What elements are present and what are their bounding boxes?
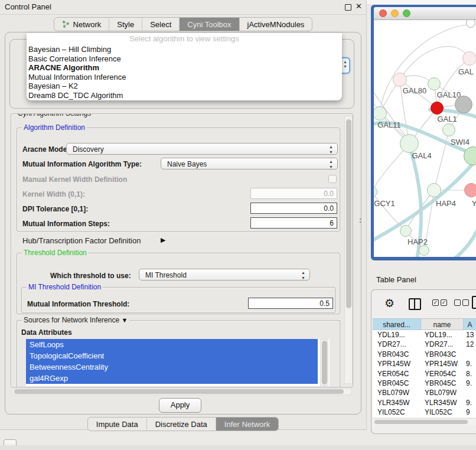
- kernel-width-input[interactable]: [250, 188, 337, 199]
- column-header[interactable]: A: [464, 318, 476, 330]
- algorithm-option[interactable]: Basic Correlation Inference: [27, 54, 342, 64]
- mi-steps-input[interactable]: [250, 217, 337, 229]
- mi-algorithm-type-select[interactable]: Naive Bayes ▲▼: [161, 158, 338, 169]
- scrollbar-thumb[interactable]: [374, 420, 468, 424]
- aracne-mode-select[interactable]: Discovery ▲▼: [66, 143, 338, 155]
- table-row[interactable]: YBR043CYBR043C: [373, 350, 476, 359]
- scrollbar-thumb[interactable]: [346, 119, 351, 308]
- network-window-titlebar[interactable]: [374, 7, 476, 20]
- settings-gear-icon[interactable]: ⚙: [384, 296, 395, 310]
- which-threshold-select[interactable]: MI Threshold ▲▼: [139, 269, 310, 281]
- table-row[interactable]: YDL19...YDL19...13: [373, 330, 476, 340]
- network-canvas[interactable]: GALGAL80GAL10GAL1GAL11SWI4GAL4GCY1HAP4YH…: [374, 20, 476, 257]
- table-row[interactable]: YER054CYER054C8.: [373, 369, 476, 379]
- close-light-icon[interactable]: [379, 9, 387, 17]
- new-document-icon[interactable]: [472, 296, 476, 309]
- tab-infer-network[interactable]: Infer Network: [216, 418, 278, 431]
- network-node-label: GCY1: [374, 199, 395, 208]
- table-row[interactable]: YPR145WYPR145W9.: [373, 359, 476, 369]
- data-attributes-list[interactable]: SelfLoopsTopologicalCoefficientBetweenne…: [26, 339, 330, 386]
- table-cell: 9.: [464, 359, 476, 369]
- bottom-band: [0, 445, 476, 450]
- algorithm-option[interactable]: Bayesian – Hill Climbing: [27, 45, 342, 54]
- table-horizontal-scrollbar[interactable]: [373, 418, 476, 425]
- network-node-gal80[interactable]: [393, 73, 407, 87]
- manual-kernel-width-checkbox[interactable]: [328, 175, 337, 183]
- network-node-gal4[interactable]: [400, 134, 419, 153]
- algorithm-option[interactable]: Dream8 DC_TDC Algorithm: [27, 91, 342, 100]
- data-attribute-item[interactable]: BetweennessCentrality: [26, 361, 318, 373]
- network-node-hap2[interactable]: [400, 225, 412, 237]
- table-panel: ⚙ ✓ ✓ shared...nameA YDL19...YDL19...13Y…: [371, 289, 476, 434]
- column-header[interactable]: shared...: [373, 318, 421, 330]
- table-body[interactable]: YDL19...YDL19...13YDR27...YDR27...12YBR0…: [373, 330, 476, 418]
- split-columns-icon[interactable]: [409, 298, 421, 310]
- tab-cyni-toolbox[interactable]: Cyni Toolbox: [180, 18, 239, 31]
- tab-label: Network: [73, 20, 102, 29]
- algorithm-dropdown-popup: Select algorithm to view settings Bayesi…: [27, 33, 342, 100]
- data-attribute-item[interactable]: SelfLoops: [26, 339, 318, 350]
- tab-network[interactable]: Network: [54, 18, 110, 31]
- network-node-label: SWI4: [451, 138, 470, 146]
- combo-stepper-icon: ▲▼: [301, 270, 305, 281]
- float-panel-icon[interactable]: [345, 4, 351, 11]
- column-header[interactable]: name: [421, 318, 464, 330]
- scrollbar-thumb[interactable]: [322, 341, 327, 384]
- network-node[interactable]: [455, 96, 472, 113]
- network-node-gal1[interactable]: [431, 102, 444, 115]
- table-cell: YBR045C: [373, 379, 421, 388]
- combo-arrows-icon: ▲▼: [343, 60, 347, 69]
- table-cell: YDR27...: [373, 340, 421, 349]
- table-cell: [464, 388, 476, 397]
- select-all-checkboxes-icon[interactable]: ✓: [441, 299, 447, 306]
- settings-vertical-scrollbar[interactable]: [344, 116, 353, 384]
- data-attribute-item[interactable]: gal4RGexp: [26, 373, 318, 384]
- table-row[interactable]: YIL052CYIL052C9: [373, 407, 476, 417]
- tab-jactivemnodules[interactable]: jActiveMNodules: [240, 18, 312, 31]
- apply-button[interactable]: Apply: [159, 398, 201, 413]
- table-row[interactable]: YDR27...YDR27...12: [373, 340, 476, 349]
- close-icon[interactable]: ✕: [356, 2, 362, 11]
- algorithm-option[interactable]: Bayesian – K2: [27, 81, 342, 91]
- network-node-gal10[interactable]: [428, 77, 441, 90]
- expand-down-icon[interactable]: ▼: [121, 317, 128, 324]
- network-node[interactable]: [419, 245, 429, 256]
- mi-threshold-input[interactable]: [248, 298, 333, 309]
- tab-style[interactable]: Style: [109, 18, 142, 31]
- tab-impute-data[interactable]: Impute Data: [88, 418, 147, 431]
- minimize-light-icon[interactable]: [391, 9, 399, 17]
- table-row[interactable]: YBR045CYBR045C9.: [373, 379, 476, 388]
- network-node-swi4[interactable]: [442, 123, 455, 136]
- dpi-tolerance-label: DPI Tolerance [0,1]:: [22, 205, 88, 213]
- deselect-all-checkboxes-icon[interactable]: [454, 299, 461, 306]
- network-node-label: GAL1: [437, 115, 457, 123]
- table-cell: 8.: [464, 369, 476, 379]
- network-node-label: HAP4: [436, 199, 456, 208]
- select-all-checkboxes-icon[interactable]: ✓: [432, 299, 439, 306]
- attributes-list-scrollbar[interactable]: [320, 339, 328, 386]
- table-cell: 12: [464, 340, 476, 349]
- table-cell: YPR145W: [373, 359, 421, 369]
- dpi-tolerance-input[interactable]: [250, 203, 337, 214]
- panel-divider-grip[interactable]: [359, 218, 362, 223]
- scrollbar-thumb[interactable]: [14, 389, 344, 394]
- algorithm-option[interactable]: Mutual Information Inference: [27, 73, 342, 82]
- network-node-gal[interactable]: [462, 51, 476, 66]
- settings-horizontal-scrollbar[interactable]: [12, 388, 352, 395]
- tab-select[interactable]: Select: [142, 18, 180, 31]
- tab-discretize-data[interactable]: Discretize Data: [147, 418, 216, 431]
- network-node-y[interactable]: [464, 183, 476, 197]
- algorithm-option[interactable]: ARACNE Algorithm: [27, 63, 342, 73]
- zoom-light-icon[interactable]: [403, 9, 410, 17]
- table-cell: 9: [464, 407, 476, 417]
- aracne-mode-value: Discovery: [73, 145, 104, 154]
- data-attribute-item[interactable]: TopologicalCoefficient: [26, 350, 318, 361]
- table-cell: YIL052C: [373, 407, 421, 417]
- control-panel-titlebar: Control Panel ✕: [0, 0, 366, 15]
- table-row[interactable]: YLR345WYLR345W9.: [373, 398, 476, 407]
- table-row[interactable]: YBL079WYBL079W: [373, 388, 476, 397]
- expand-right-icon[interactable]: ▶: [161, 236, 165, 244]
- network-node-hap4[interactable]: [427, 183, 441, 197]
- mi-threshold-label: Mutual Information Threshold:: [27, 300, 129, 308]
- deselect-all-checkboxes-icon[interactable]: [462, 299, 469, 306]
